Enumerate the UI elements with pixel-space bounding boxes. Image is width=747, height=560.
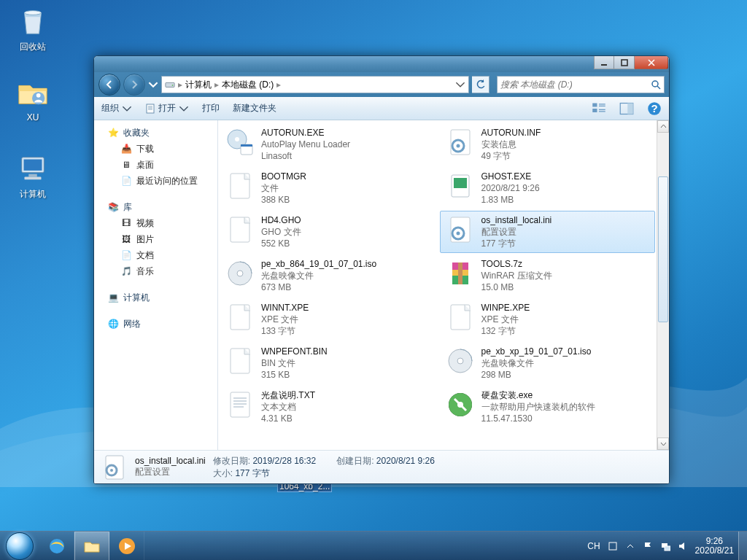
new-folder-button[interactable]: 新建文件夹	[233, 102, 276, 114]
scroll-down-button[interactable]	[657, 438, 669, 450]
notepad-icon	[145, 104, 155, 114]
sidebar-desktop[interactable]: 🖥桌面	[94, 157, 217, 173]
music-icon: 🎵	[120, 265, 132, 277]
sidebar-documents[interactable]: 📄文档	[94, 247, 217, 263]
scroll-track[interactable]	[657, 133, 669, 438]
volume-icon[interactable]	[678, 541, 688, 551]
file-item[interactable]: TOOLS.7zWinRAR 压缩文件15.0 MB	[440, 254, 656, 297]
file-item[interactable]: HD4.GHOGHO 文件552 KB	[220, 211, 436, 253]
file-meta: XPE 文件	[481, 314, 530, 325]
sidebar-network[interactable]: 🌐网络	[94, 316, 217, 332]
gear-icon	[101, 454, 128, 481]
svg-rect-22	[241, 144, 252, 147]
search-box[interactable]	[497, 76, 665, 93]
address-bar[interactable]: ▸ 计算机 ▸ 本地磁盘 (D:) ▸	[161, 76, 469, 93]
preview-pane-button[interactable]	[619, 101, 634, 116]
file-name: 光盘说明.TXT	[261, 389, 315, 401]
ime-indicator[interactable]: CH	[587, 541, 600, 551]
svg-point-44	[457, 358, 463, 364]
close-button[interactable]	[635, 56, 668, 69]
breadcrumb-drive[interactable]: 本地磁盘 (D:)	[222, 79, 274, 91]
file-item[interactable]: pe_xb_xp_19_01_07_01.iso光盘映像文件298 MB	[440, 342, 656, 384]
action-flag-icon[interactable]	[643, 541, 653, 551]
file-meta: 298 MB	[481, 369, 592, 381]
breadcrumb-root[interactable]: 计算机	[185, 79, 212, 91]
svg-rect-5	[28, 174, 37, 177]
sidebar-recent[interactable]: 📄最近访问的位置	[94, 173, 217, 189]
file-item[interactable]: AUTORUN.EXEAutoPlay Menu LoaderLinasoft	[220, 123, 436, 166]
sidebar-favorites[interactable]: ⭐收藏夹	[94, 125, 217, 141]
sidebar-libraries[interactable]: 📚库	[94, 199, 217, 215]
sidebar-downloads[interactable]: 📥下载	[94, 141, 217, 157]
print-button[interactable]: 打印	[202, 102, 220, 114]
sidebar-music[interactable]: 🎵音乐	[94, 263, 217, 279]
open-button[interactable]: 打开	[145, 102, 189, 114]
titlebar[interactable]	[94, 56, 669, 72]
sidebar-pictures[interactable]: 🖼图片	[94, 231, 217, 247]
forward-button[interactable]	[123, 74, 145, 96]
svg-rect-55	[665, 546, 670, 551]
file-item[interactable]: WNPEFONT.BINBIN 文件315 KB	[220, 342, 436, 384]
svg-point-10	[172, 85, 174, 86]
navigation-pane: ⭐收藏夹 📥下载 🖥桌面 📄最近访问的位置 📚库 🎞视频 🖼图片 📄文档 🎵音乐…	[94, 120, 218, 450]
file-name: HD4.GHO	[261, 214, 301, 226]
scrollbar[interactable]	[657, 120, 669, 450]
chevron-right-icon: ▸	[178, 79, 182, 90]
back-button[interactable]	[98, 74, 120, 96]
taskbar-pin-ie[interactable]	[39, 532, 74, 561]
file-name: pe_xb_864_19_01_07_01.iso	[261, 258, 376, 270]
desktop-icon-folder-xu[interactable]: XU	[6, 76, 60, 122]
scroll-up-button[interactable]	[657, 120, 669, 133]
details-pane: os_install_local.ini 配置设置 修改日期: 2019/2/2…	[94, 450, 669, 483]
minimize-button[interactable]	[594, 56, 614, 69]
file-meta: 673 MB	[261, 281, 376, 293]
video-icon: 🎞	[120, 217, 132, 229]
details-filetype: 配置设置	[135, 466, 206, 478]
file-item[interactable]: WINPE.XPEXPE 文件132 字节	[440, 298, 656, 341]
command-bar: 组织 打开 打印 新建文件夹 ?	[94, 97, 669, 120]
desktop-icon: 🖥	[120, 159, 132, 171]
view-options-button[interactable]	[592, 101, 606, 116]
file-item[interactable]: WINNT.XPEXPE 文件133 字节	[220, 298, 436, 341]
help-button[interactable]: ?	[647, 101, 662, 116]
taskbar: CH 9:26 2020/8/21	[0, 531, 747, 560]
file-list[interactable]: AUTORUN.EXEAutoPlay Menu LoaderLinasoftA…	[218, 120, 657, 450]
file-type-icon	[225, 214, 255, 245]
details-created: 2020/8/21 9:26	[376, 456, 435, 466]
file-meta: WinRAR 压缩文件	[481, 270, 552, 281]
file-name: BOOTMGR	[261, 171, 306, 182]
sidebar-videos[interactable]: 🎞视频	[94, 215, 217, 231]
refresh-button[interactable]	[472, 76, 489, 93]
computer-icon: 💻	[107, 292, 119, 303]
file-item[interactable]: AUTORUN.INF安装信息49 字节	[440, 123, 656, 166]
taskbar-pin-explorer[interactable]	[74, 532, 109, 561]
network-icon[interactable]	[660, 541, 670, 551]
desktop-label: 回收站	[20, 42, 46, 52]
clock[interactable]: 9:26 2020/8/21	[695, 537, 734, 556]
sidebar-computer[interactable]: 💻计算机	[94, 289, 217, 306]
scroll-thumb[interactable]	[658, 176, 668, 322]
taskbar-pin-mediaplayer[interactable]	[109, 532, 144, 561]
svg-rect-13	[592, 103, 597, 106]
file-meta: 文本文档	[261, 401, 315, 413]
file-item[interactable]: os_install_local.ini配置设置177 字节	[440, 211, 656, 253]
svg-rect-12	[147, 104, 154, 113]
search-input[interactable]	[500, 79, 651, 90]
file-item[interactable]: 硬盘安装.exe一款帮助用户快速装机的软件11.5.47.1530	[440, 386, 656, 428]
file-meta: 1.83 MB	[481, 194, 540, 206]
start-button[interactable]	[0, 532, 39, 560]
file-item[interactable]: pe_xb_864_19_01_07_01.iso光盘映像文件673 MB	[220, 254, 436, 297]
show-desktop-button[interactable]	[738, 532, 747, 560]
desktop-icon-recycle-bin[interactable]: 回收站	[6, 4, 60, 53]
organize-button[interactable]: 组织	[101, 102, 132, 114]
file-item[interactable]: 光盘说明.TXT文本文档4.31 KB	[220, 386, 436, 428]
maximize-button[interactable]	[614, 56, 635, 69]
svg-rect-4	[24, 160, 42, 171]
desktop-icon-computer[interactable]: 计算机	[6, 152, 60, 201]
address-dropdown-icon[interactable]	[455, 79, 465, 90]
file-item[interactable]: BOOTMGR文件388 KB	[220, 167, 436, 209]
recent-locations-dropdown[interactable]	[148, 77, 158, 92]
file-item[interactable]: GHOST.EXE2020/8/21 9:261.83 MB	[440, 167, 656, 209]
ime-tool-icon[interactable]	[608, 541, 618, 551]
tray-expand-icon[interactable]	[625, 541, 635, 551]
